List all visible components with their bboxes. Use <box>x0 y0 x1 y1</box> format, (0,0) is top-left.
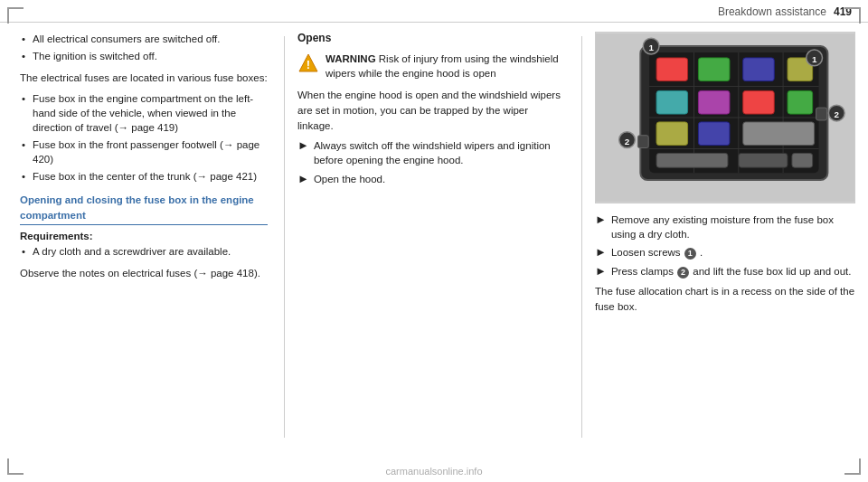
right-instruction-3: ► Press clamps 2 and lift the fuse box l… <box>595 264 855 279</box>
svg-rect-21 <box>743 122 815 146</box>
screw-number: 1 <box>684 248 696 260</box>
svg-rect-24 <box>792 153 813 167</box>
svg-rect-22 <box>656 153 728 167</box>
right-instruction-text-2: Loosen screws 1 . <box>611 245 855 260</box>
warning-text: WARNING Risk of injury from using the wi… <box>326 52 565 80</box>
requirements-heading: Requirements: <box>20 231 268 241</box>
column-divider-left <box>284 36 285 438</box>
main-content: All electrical consumers are switched of… <box>0 23 868 477</box>
svg-rect-13 <box>743 58 775 81</box>
instruction-2-prefix: Loosen screws <box>611 247 681 258</box>
bullet-item: All electrical consumers are switched of… <box>20 32 268 46</box>
svg-text:2: 2 <box>625 137 630 146</box>
svg-text:!: ! <box>307 58 310 71</box>
fuse-location-item: Fuse box in the front passenger footwell… <box>20 137 268 166</box>
mid-column: Opens ! WARNING Risk of injury from usin… <box>288 32 578 477</box>
footer-text: The fuse allocation chart is in a recess… <box>595 284 855 314</box>
section-heading: Opening and closing the fuse box in the … <box>20 193 268 224</box>
svg-rect-34 <box>816 108 827 120</box>
instruction-3-suffix: and lift the fuse box lid up and out. <box>693 266 851 277</box>
warning-label: WARNING <box>326 53 376 64</box>
svg-text:1: 1 <box>648 43 654 52</box>
corner-mark-br <box>844 458 861 475</box>
svg-text:1: 1 <box>812 54 817 64</box>
fuse-location-item: Fuse box in the center of the trunk (→ p… <box>20 169 268 184</box>
instruction-3-prefix: Press clamps <box>611 266 674 277</box>
right-instruction-1: ► Remove any existing moisture from the … <box>595 213 855 241</box>
warning-box: ! WARNING Risk of injury from using the … <box>297 52 565 80</box>
svg-rect-15 <box>656 90 688 114</box>
svg-rect-12 <box>698 58 730 81</box>
section-title: Breakdown assistance <box>718 5 826 18</box>
instruction-arrow-1: ► Always switch off the windshield wiper… <box>297 138 565 167</box>
svg-rect-23 <box>739 153 788 167</box>
arrow-icon-2: ► <box>297 172 309 187</box>
left-column: All electrical consumers are switched of… <box>0 32 280 477</box>
fuse-location-list: Fuse box in the engine compartment on th… <box>20 91 268 184</box>
fuse-location-item: Fuse box in the engine compartment on th… <box>20 91 268 135</box>
right-column: 1 1 2 2 ► Remove any existing moisture f… <box>586 32 868 477</box>
watermark: carmanualsonline.info <box>385 466 482 477</box>
right-instruction-text-3: Press clamps 2 and lift the fuse box lid… <box>611 264 855 279</box>
opens-heading: Opens <box>297 32 565 44</box>
svg-rect-19 <box>656 122 688 146</box>
arrow-icon-1: ► <box>297 138 309 154</box>
svg-rect-33 <box>637 136 648 148</box>
bullet-item: The ignition is switched off. <box>20 49 268 63</box>
corner-mark-tr <box>844 7 861 24</box>
clamp-number: 2 <box>677 267 689 279</box>
svg-rect-18 <box>788 90 813 114</box>
instruction-arrow-2: ► Open the hood. <box>297 172 565 187</box>
right-arrow-icon-3: ► <box>595 264 607 279</box>
intro-bullets: All electrical consumers are switched of… <box>20 32 268 63</box>
requirements-item: A dry cloth and a screwdriver are availa… <box>20 244 268 259</box>
fuse-box-svg: 1 1 2 2 <box>596 33 854 203</box>
fuse-box-image: 1 1 2 2 <box>595 32 855 203</box>
corner-mark-bl <box>7 458 24 475</box>
svg-text:2: 2 <box>835 109 840 119</box>
instruction-text-2: Open the hood. <box>314 172 565 186</box>
instruction-2-suffix: . <box>700 247 703 258</box>
svg-rect-16 <box>698 90 730 114</box>
when-text: When the engine hood is open and the win… <box>297 88 565 133</box>
column-divider-right <box>581 36 582 438</box>
svg-rect-17 <box>743 90 775 114</box>
right-arrow-icon-2: ► <box>595 245 607 260</box>
right-instruction-text-1: Remove any existing moisture from the fu… <box>611 213 855 241</box>
instruction-text-1: Always switch off the windshield wipers … <box>314 138 565 167</box>
right-instruction-2: ► Loosen screws 1 . <box>595 245 855 260</box>
requirements-list: A dry cloth and a screwdriver are availa… <box>20 244 268 259</box>
right-instructions: ► Remove any existing moisture from the … <box>595 213 855 314</box>
svg-rect-20 <box>698 122 730 146</box>
fuses-text: The electrical fuses are located in vari… <box>20 71 268 86</box>
observe-text: Observe the notes on electrical fuses (→… <box>20 266 268 281</box>
corner-mark-tl <box>7 7 24 24</box>
right-arrow-icon-1: ► <box>595 213 607 228</box>
svg-rect-11 <box>656 58 688 81</box>
warning-icon: ! <box>297 52 319 74</box>
page-header: Breakdown assistance 419 <box>0 0 868 23</box>
